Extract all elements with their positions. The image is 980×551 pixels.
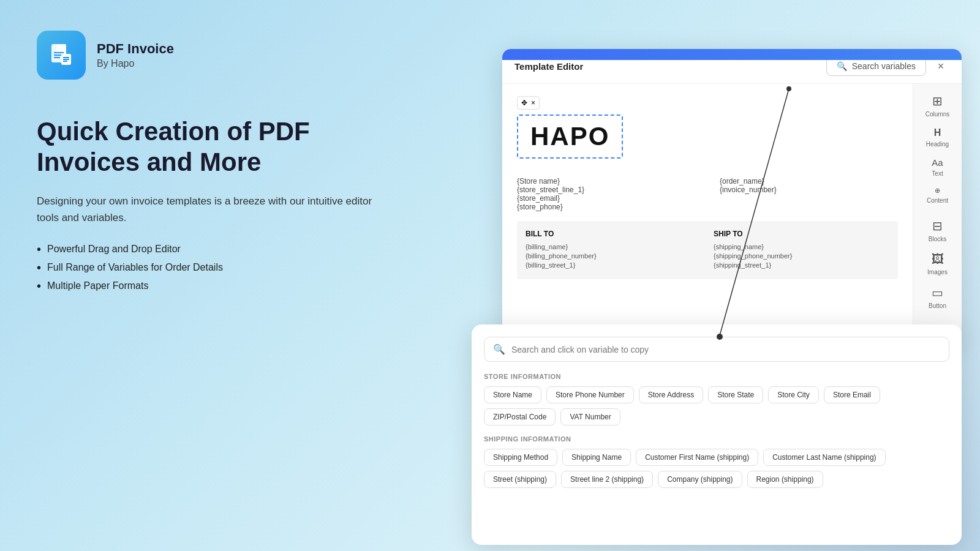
variables-panel: 🔍 STORE INFORMATION Store Name Store Pho… [472, 324, 962, 545]
tag-vat-number[interactable]: VAT Number [560, 408, 620, 425]
feature-item-1: Powerful Drag and Drop Editor [37, 243, 392, 255]
store-phone-var: {store_phone} [517, 203, 695, 211]
tag-shipping-method[interactable]: Shipping Method [484, 449, 557, 466]
tag-company-shipping[interactable]: Company (shipping) [658, 471, 742, 488]
store-email-var: {store_email} [517, 194, 695, 203]
left-panel: PDF Invoice By Hapo Quick Creation of PD… [37, 31, 392, 292]
invoice-number-var: {invoice_number} [720, 186, 898, 194]
bill-to-col: BILL TO {billing_name} {billing_phone_nu… [526, 230, 701, 271]
app-icon [37, 31, 86, 80]
features-list: Powerful Drag and Drop Editor Full Range… [37, 243, 392, 292]
shipping-name: {shipping_name} [714, 243, 889, 250]
app-title-block: PDF Invoice By Hapo [97, 41, 174, 69]
street-var: {store_street_line_1} [517, 186, 695, 194]
tag-street-line-2[interactable]: Street line 2 (shipping) [561, 471, 653, 488]
blocks-icon: ⊟ [932, 219, 943, 233]
store-tags: Store Name Store Phone Number Store Addr… [484, 386, 949, 425]
sidebar-images-1[interactable]: 🖼 Images [913, 247, 962, 280]
feature-item-2: Full Range of Variables for Order Detail… [37, 261, 392, 274]
tag-store-state[interactable]: Store State [708, 386, 763, 403]
move-icon: ✥ [521, 99, 527, 107]
search-bar[interactable]: 🔍 [484, 337, 949, 362]
sidebar-button[interactable]: ▭ Button [913, 280, 962, 314]
tag-store-email[interactable]: Store Email [824, 386, 880, 403]
pdf-invoice-icon [48, 42, 75, 69]
sidebar-text[interactable]: Aa Text [913, 152, 962, 182]
invoice-details: {Store name} {store_street_line_1} {stor… [517, 177, 898, 211]
delete-icon: × [531, 99, 535, 107]
tag-store-phone[interactable]: Store Phone Number [546, 386, 634, 403]
tag-shipping-name[interactable]: Shipping Name [562, 449, 631, 466]
shipping-tags: Shipping Method Shipping Name Customer F… [484, 449, 949, 488]
app-subtitle: By Hapo [97, 58, 174, 69]
tag-customer-first-name[interactable]: Customer First Name (shipping) [636, 449, 758, 466]
ship-to-label: SHIP TO [714, 230, 889, 238]
store-info-label: STORE INFORMATION [484, 373, 949, 380]
billing-street: {billing_street_1} [526, 261, 701, 269]
content-icon: ⊕ [935, 187, 940, 195]
columns-icon: ⊞ [932, 94, 943, 108]
order-name-var: {order_name} [720, 177, 898, 186]
feature-item-3: Multiple Paper Formats [37, 280, 392, 292]
app-header: PDF Invoice By Hapo [37, 31, 392, 80]
button-icon: ▭ [932, 285, 943, 300]
images-icon-1: 🖼 [932, 252, 944, 266]
logo-toolbar: ✥ × [517, 96, 540, 110]
app-title: PDF Invoice [97, 41, 174, 57]
tag-store-name[interactable]: Store Name [484, 386, 541, 403]
ship-to-col: SHIP TO {shipping_name} {shipping_phone_… [714, 230, 889, 271]
sidebar-content[interactable]: ⊕ Content [913, 182, 962, 209]
editor-body: ✥ × HAPO {Store name} {store_street_line… [502, 84, 962, 343]
tag-street-shipping[interactable]: Street (shipping) [484, 471, 556, 488]
tag-customer-last-name[interactable]: Customer Last Name (shipping) [763, 449, 885, 466]
bill-ship-section: BILL TO {billing_name} {billing_phone_nu… [517, 221, 898, 279]
canvas-content: ✥ × HAPO {Store name} {store_street_line… [502, 84, 913, 343]
editor-title: Template Editor [514, 61, 583, 72]
logo-block[interactable]: HAPO [517, 114, 623, 159]
editor-close-button[interactable]: × [932, 58, 949, 75]
bill-to-label: BILL TO [526, 230, 701, 238]
tag-store-city[interactable]: Store City [768, 386, 819, 403]
search-input[interactable] [511, 345, 940, 354]
editor-window: Template Editor 🔍 Search variables × ✥ ×… [502, 49, 962, 343]
editor-sidebar: ⊞ Columns H Heading Aa Text ⊕ Content ⊟ … [913, 84, 962, 343]
billing-name: {billing_name} [526, 243, 701, 250]
shipping-phone: {shipping_phone_number} [714, 252, 889, 260]
shipping-info-label: SHIPPING INFORMATION [484, 435, 949, 443]
shipping-street: {shipping_street_1} [714, 261, 889, 269]
tag-zip-code[interactable]: ZIP/Postal Code [484, 408, 556, 425]
search-bar-icon: 🔍 [493, 343, 505, 355]
heading-icon: H [934, 127, 941, 138]
store-name-var: {Store name} [517, 177, 695, 186]
main-headline: Quick Creation of PDF Invoices and More [37, 116, 392, 178]
editor-blue-bar [502, 49, 962, 60]
sub-text: Designing your own invoice templates is … [37, 193, 392, 226]
tag-store-address[interactable]: Store Address [639, 386, 703, 403]
sidebar-blocks[interactable]: ⊟ Blocks [913, 214, 962, 247]
sidebar-columns[interactable]: ⊞ Columns [913, 89, 962, 122]
search-icon: 🔍 [837, 61, 847, 71]
canvas-area: ✥ × HAPO {Store name} {store_street_line… [502, 84, 913, 343]
logo-text: HAPO [530, 122, 609, 151]
billing-phone: {billing_phone_number} [526, 252, 701, 260]
tag-region-shipping[interactable]: Region (shipping) [747, 471, 823, 488]
text-icon: Aa [932, 157, 943, 168]
sidebar-heading[interactable]: H Heading [913, 122, 962, 152]
